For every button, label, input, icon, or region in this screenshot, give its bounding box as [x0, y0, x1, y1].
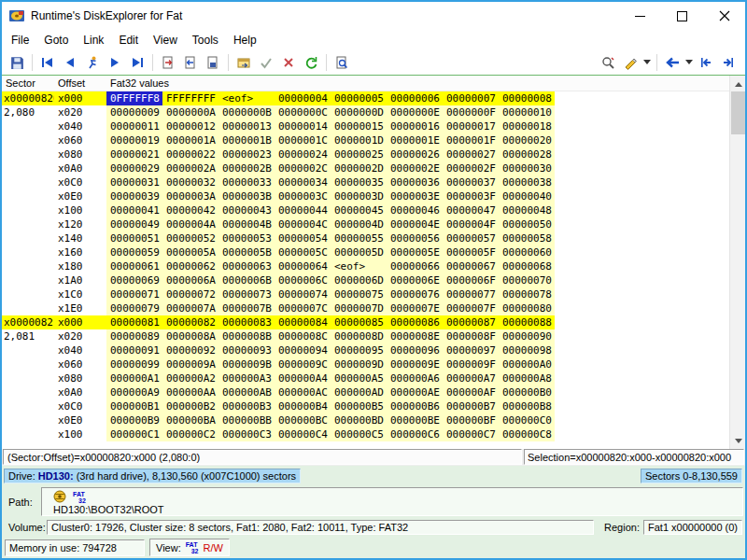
fat-entry-cell[interactable]: 0000006B [218, 273, 275, 287]
fat-entry-cell[interactable]: 0000009D [331, 357, 387, 371]
fat-entry-cell[interactable]: 0000001B [218, 133, 275, 147]
fat-entry-cell[interactable]: 0000005B [218, 245, 275, 259]
menu-tools[interactable]: Tools [185, 31, 226, 49]
fat-entry-cell[interactable]: 000000C7 [443, 427, 499, 441]
fat-entry-cell[interactable]: 00000089 [106, 329, 162, 343]
fat-entry-cell[interactable]: 00000026 [387, 147, 443, 161]
fat-entry-cell[interactable]: 00000042 [162, 203, 218, 217]
fat-entry-cell[interactable]: 0000006F [443, 273, 499, 287]
fat-entry-cell[interactable]: 00000086 [387, 315, 443, 329]
fat-entry-cell[interactable]: 00000027 [443, 147, 499, 161]
fat-entry-cell[interactable]: 00000063 [218, 259, 275, 273]
fat-entry-cell[interactable]: 00000090 [499, 329, 555, 343]
fat-entry-cell[interactable]: 0000000E [387, 105, 443, 119]
fat-entry-cell[interactable]: 0000005E [387, 245, 443, 259]
fat-entry-cell[interactable]: 00000021 [106, 147, 162, 161]
fat-entry-cell[interactable]: 00000058 [499, 231, 555, 245]
fat-entry-cell[interactable]: 0000003D [331, 189, 387, 203]
copy-icon[interactable] [157, 52, 179, 73]
fat-entry-cell[interactable]: 00000024 [275, 147, 331, 161]
fat-entry-cell[interactable]: 00000046 [387, 203, 443, 217]
menu-view[interactable]: View [146, 31, 185, 49]
fat-entry-cell[interactable]: 00000029 [106, 161, 162, 175]
fat-entry-cell[interactable]: 0000006D [331, 273, 387, 287]
fat-entry-cell[interactable]: 00000011 [106, 119, 162, 133]
fat-entry-cell[interactable]: 0000002C [275, 161, 331, 175]
fat-entry-cell[interactable]: 000000B7 [443, 399, 499, 413]
fat-entry-cell[interactable]: 000000AB [218, 385, 275, 399]
fat-entry-cell[interactable]: 00000064 [275, 259, 331, 273]
fat-entry-cell[interactable]: 0000002F [443, 161, 499, 175]
fat-entry-cell[interactable]: 000000BD [331, 413, 387, 427]
nav-next-icon[interactable] [104, 52, 126, 73]
fat-entry-cell[interactable]: 00000072 [162, 287, 218, 301]
fat-entry-cell[interactable]: 00000028 [499, 147, 555, 161]
fat-entry-cell[interactable]: 00000059 [106, 245, 162, 259]
fat-entry-cell[interactable]: 0000008A [162, 329, 218, 343]
fat-entry-cell[interactable]: 0000000D [331, 105, 387, 119]
titlebar[interactable]: Runtime's DiskExplorer for Fat [2, 2, 745, 30]
scrollbar-thumb[interactable] [731, 91, 745, 134]
fat-entry-cell[interactable]: 0000002D [331, 161, 387, 175]
fat-entry-cell[interactable]: 0000008D [331, 329, 387, 343]
fat-entry-cell[interactable]: 00000032 [162, 175, 218, 189]
send-to-icon[interactable] [233, 52, 255, 73]
fat-entry-cell[interactable]: 00000015 [331, 119, 387, 133]
fat-entry-cell[interactable]: 0000007E [387, 301, 443, 315]
fat-entry-cell[interactable]: 000000B9 [106, 413, 162, 427]
fat-entry-cell[interactable]: 00000078 [499, 287, 555, 301]
fat-entry-cell[interactable]: 0000000F [443, 105, 499, 119]
fat-entry-cell[interactable]: 00000039 [106, 189, 162, 203]
fat-entry-cell[interactable]: 00000006 [387, 91, 443, 105]
fat-entry-cell[interactable]: 0000007A [162, 301, 218, 315]
fat-entry-cell[interactable]: 000000AE [387, 385, 443, 399]
fat-entry-cell[interactable]: 000000BA [162, 413, 218, 427]
cancel-x-icon[interactable] [277, 52, 300, 73]
fat-entry-cell[interactable]: 0000007D [331, 301, 387, 315]
fat-entry-cell[interactable]: 0000007F [443, 301, 499, 315]
fat-entry-cell[interactable]: 0000005C [275, 245, 331, 259]
jump-next-icon[interactable] [717, 52, 740, 73]
fat-entry-cell[interactable]: 00000077 [443, 287, 499, 301]
back-arrow-icon[interactable] [661, 52, 684, 73]
fat-entry-cell[interactable]: 000000A2 [162, 371, 218, 385]
marker-dropdown-icon[interactable] [641, 52, 653, 73]
fat-entry-cell[interactable]: 0000005F [443, 245, 499, 259]
fat-entry-cell[interactable]: 00000037 [443, 175, 499, 189]
fat-entry-cell[interactable]: 00000036 [387, 175, 443, 189]
fat-entry-cell[interactable]: 0000009B [218, 357, 275, 371]
fat-entry-cell[interactable]: 00000005 [331, 91, 387, 105]
menu-edit[interactable]: Edit [111, 31, 146, 49]
fat-entry-cell[interactable]: 000000C5 [331, 427, 387, 441]
fat-entry-cell[interactable]: 000000B1 [106, 399, 162, 413]
fat-entry-cell[interactable]: 00000041 [106, 203, 162, 217]
fat-entry-cell[interactable]: 00000014 [275, 119, 331, 133]
undo-icon[interactable] [300, 52, 322, 73]
fat-entry-cell[interactable]: 0000003F [443, 189, 499, 203]
write-icon[interactable] [202, 52, 224, 73]
fat-entry-cell[interactable]: 000000C1 [106, 427, 162, 441]
fat-entry-cell[interactable]: 00000062 [162, 259, 218, 273]
fat-entry-cell[interactable]: 00000016 [387, 119, 443, 133]
fat-entry-cell[interactable]: 000000A7 [443, 371, 499, 385]
fat-entry-cell[interactable]: 00000084 [275, 315, 331, 329]
fat-entry-cell[interactable]: 0000005D [331, 245, 387, 259]
fat-entry-cell[interactable]: 00000055 [331, 231, 387, 245]
fat-entry-cell[interactable]: <eof> [218, 91, 275, 105]
fat-entry-cell[interactable]: 000000AD [331, 385, 387, 399]
fat-entry-cell[interactable]: 00000007 [443, 91, 499, 105]
fat-entry-cell[interactable]: 00000067 [443, 259, 499, 273]
fat-entry-cell[interactable]: 00000049 [106, 217, 162, 231]
fat-entry-cell[interactable]: 00000017 [443, 119, 499, 133]
fat-entry-cell[interactable]: 00000098 [499, 343, 555, 357]
fat-entry-cell[interactable]: 000000AF [443, 385, 499, 399]
fat-entry-cell[interactable]: 000000B2 [162, 399, 218, 413]
fat-entry-cell[interactable]: 000000B6 [387, 399, 443, 413]
fat-entry-cell[interactable]: 000000A8 [499, 371, 555, 385]
fat-entry-cell[interactable]: 000000C6 [387, 427, 443, 441]
fat-entry-cell[interactable]: 00000010 [499, 105, 555, 119]
fat-entry-cell[interactable]: 0000006C [275, 273, 331, 287]
fat-entry-cell[interactable]: 0000006A [162, 273, 218, 287]
fat-entry-cell[interactable]: 000000B0 [499, 385, 555, 399]
preview-icon[interactable] [331, 52, 353, 73]
